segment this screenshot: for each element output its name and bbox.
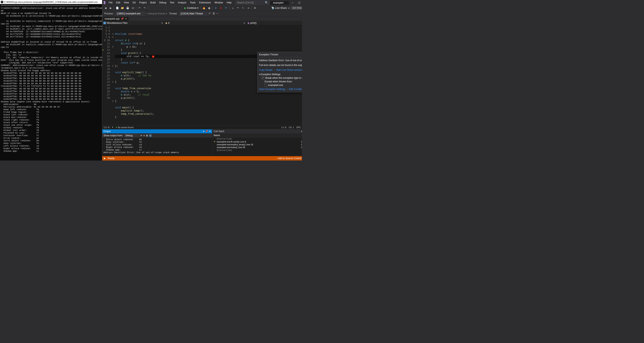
copy-details-link[interactable]: Copy Details xyxy=(259,69,272,71)
save-all-button[interactable]: 🗃 xyxy=(131,6,135,10)
indent-indicator[interactable]: SPC xyxy=(296,126,301,129)
nav-scope[interactable]: Miscellaneous Files ▾ xyxy=(102,21,164,25)
dropdown-icon[interactable]: ▾ xyxy=(301,130,302,133)
step-into-button[interactable]: ↘ xyxy=(231,6,235,10)
statusbar: ▶ Ready ↑ Add to Source Control ▴ 🔔 xyxy=(102,156,302,161)
zoom-level[interactable]: 111 % xyxy=(104,126,110,129)
break-checkbox[interactable] xyxy=(262,77,264,79)
show-from-label: Show output from: xyxy=(104,134,123,137)
config-combo[interactable] xyxy=(149,6,165,10)
search-icon: 🔍 xyxy=(265,1,268,4)
scope-icon xyxy=(104,22,106,24)
solution-name: example4 xyxy=(270,1,289,5)
undo-button[interactable]: ↶ xyxy=(138,6,142,10)
menu-analyze[interactable]: Analyze xyxy=(176,1,188,5)
int-preview-badge: INT PREVIEW xyxy=(291,6,302,10)
feedback-icon[interactable]: ☺ xyxy=(288,7,290,10)
lifecycle-label[interactable]: ▪ Lifecycle Events ▾ xyxy=(146,12,167,15)
close-icon[interactable]: ✕ xyxy=(209,130,211,133)
callstack-header[interactable]: Name Lang xyxy=(212,133,302,137)
output-btn4[interactable]: ⊟ xyxy=(149,134,152,137)
menu-project[interactable]: Project xyxy=(138,1,148,5)
menu-debug[interactable]: Debug xyxy=(158,1,168,5)
liveshare-button[interactable]: Live Share xyxy=(275,7,286,10)
vs-logo-icon xyxy=(103,1,106,4)
add-source-control[interactable]: ↑ Add to Source Control ▴ xyxy=(276,157,302,160)
process-combo[interactable]: [18652] example4.exe xyxy=(116,12,145,16)
nav-member[interactable]: ◉ print() ▾ xyxy=(246,21,302,25)
callstack-list[interactable]: [External Code]➜example4.exe!A::print() … xyxy=(212,137,302,156)
menu-edit[interactable]: Edit xyxy=(114,1,122,5)
exception-settings-header[interactable]: Exception Settings xyxy=(259,73,302,76)
menu-file[interactable]: File xyxy=(107,1,114,5)
error-icon: ✕ xyxy=(152,55,154,58)
callstack-row[interactable]: [External Code] xyxy=(212,137,302,140)
output-clear-button[interactable]: ✕ xyxy=(140,134,142,137)
callstack-row[interactable]: example4.exe!explicit_temp() Line 16C++ xyxy=(212,143,302,146)
menu-tools[interactable]: Tools xyxy=(188,1,197,5)
tool2-button[interactable]: ⚙ xyxy=(253,6,257,10)
menu-extensions[interactable]: Extensions xyxy=(198,1,212,5)
step-over-button[interactable]: ↷ xyxy=(236,6,240,10)
titlebar: File Edit View Git Project Build Debug T… xyxy=(102,0,302,5)
hot-reload-button[interactable]: 🔥 xyxy=(202,6,206,10)
output-title[interactable]: Output ▾ 📌 ✕ xyxy=(102,129,212,133)
continue-button[interactable]: ▶ Continue ▾ xyxy=(184,6,199,10)
output-source-combo[interactable]: Debug xyxy=(124,134,138,137)
save-button[interactable]: 💾 xyxy=(126,6,130,10)
nav-back-button[interactable]: ◀ xyxy=(104,6,108,10)
output-pane: Output ▾ 📌 ✕ Show output from: Debug ✕ ≡… xyxy=(102,129,212,156)
run-to-button[interactable]: ⇥ xyxy=(246,6,250,10)
open-exception-settings-link[interactable]: Open Exception Settings xyxy=(259,88,285,91)
tab-example4[interactable]: example4.cpp 📌 ✕ xyxy=(103,17,128,21)
zoom-chevron[interactable]: ▾ xyxy=(112,126,113,129)
nav-class[interactable]: ◆ A ▾ xyxy=(164,21,246,25)
stack-button[interactable]: ☰ xyxy=(213,12,215,15)
col-indicator: Ch: 1 xyxy=(289,126,294,129)
flag-button[interactable]: 🏴 xyxy=(208,12,212,15)
menu-build[interactable]: Build xyxy=(149,1,157,5)
callstack-row[interactable]: example4.exe!main() Line 26C++ xyxy=(212,146,302,149)
no-issues-indicator[interactable]: No issues found xyxy=(116,126,134,129)
maximize-button[interactable]: ▢ xyxy=(296,0,302,5)
console-output[interactable]: ========================================… xyxy=(0,4,102,161)
pause-button[interactable]: ⏸ xyxy=(214,6,218,10)
search-box[interactable]: Search (Ctrl+Q) 🔍 xyxy=(236,1,270,5)
callstack-row[interactable]: ➜example4.exe!A::print() Line 8C++ xyxy=(212,140,302,143)
more-button[interactable]: ⋯ xyxy=(216,12,218,15)
callstack-title[interactable]: Call Stack ▾ 📌 ✕ xyxy=(212,129,302,133)
stop-button[interactable]: ■ xyxy=(219,6,223,10)
menu-view[interactable]: View xyxy=(122,1,130,5)
callstack-row[interactable]: [External Code] xyxy=(212,149,302,152)
minimize-button[interactable]: ─ xyxy=(289,0,296,5)
dropdown-icon[interactable]: ▾ xyxy=(203,130,204,133)
new-button[interactable]: 📄 xyxy=(115,6,119,10)
step-out-button[interactable]: ↖ xyxy=(241,6,245,10)
restart-button[interactable]: ⟳ xyxy=(224,6,228,10)
open-button[interactable]: 📂 xyxy=(120,6,124,10)
main-toolbar: ◀ ▶ 📄 📂 💾 🗃 ↶ ↷ ▶ Continue ▾ 🔥 ▣ ⏸ ■ ⟳ ↘… xyxy=(102,5,302,11)
menu-window[interactable]: Window xyxy=(213,1,225,5)
edit-conditions-link[interactable]: Edit Conditions xyxy=(289,88,302,91)
liveshare-link[interactable]: Start Live Share session... xyxy=(276,69,302,71)
nav-fwd-button[interactable]: ▶ xyxy=(109,6,113,10)
output-wrap-button[interactable]: ≡ xyxy=(144,134,145,137)
thread-combo[interactable]: [21824] Main Thread xyxy=(179,12,208,16)
tool1-button[interactable]: ▣ xyxy=(207,6,211,10)
output-text[interactable]: Intra object redzone: bb ASan internal: … xyxy=(102,138,212,156)
redo-button[interactable]: ↷ xyxy=(142,6,146,10)
chevron-down-icon: ▾ xyxy=(197,7,198,10)
pin-icon[interactable]: 📌 xyxy=(205,130,208,133)
platform-combo[interactable] xyxy=(166,6,182,10)
menu-test[interactable]: Test xyxy=(168,1,176,5)
except-item-checkbox[interactable] xyxy=(264,84,267,86)
console-titlebar[interactable]: C:\MSDN\cpp-docs-pr\docs\c-language\ASAN… xyxy=(0,0,102,4)
menu-help[interactable]: Help xyxy=(225,1,233,5)
menu-git[interactable]: Git xyxy=(131,1,137,5)
fold-gutter[interactable]: ⊟⊟⊟⊟⊟⊟ xyxy=(112,25,114,125)
liveshare-icon: 📡 xyxy=(272,7,274,10)
output-btn3[interactable]: ⊞ xyxy=(146,134,148,137)
pin-icon[interactable]: 📌 xyxy=(121,18,124,20)
console-title-text: C:\MSDN\cpp-docs-pr\docs\c-language\ASAN… xyxy=(4,1,98,3)
close-tab-icon[interactable]: ✕ xyxy=(125,18,127,20)
